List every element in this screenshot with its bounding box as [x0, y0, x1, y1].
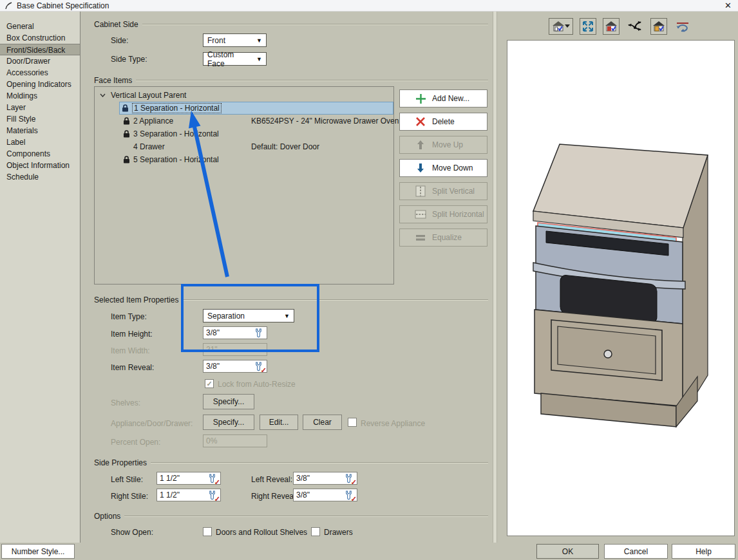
tree-row-2-appliance[interactable]: 2 Appliance KB6524PSY - 24" Microwave Dr…	[123, 115, 393, 127]
face-items-group-header: Face Items	[94, 76, 488, 85]
sidebar-item-box-construction[interactable]: Box Construction	[0, 32, 80, 44]
tree-row-detail: Default: Dover Door	[251, 142, 319, 151]
title-bar: Base Cabinet Specification ✕	[0, 0, 738, 12]
shelves-specify-button[interactable]: Specify...	[203, 394, 254, 409]
help-label: Help	[695, 547, 712, 556]
appliance-specify-label: Specify...	[213, 418, 244, 427]
default-wrench-check-icon[interactable]: ✓	[343, 490, 354, 500]
delete-x-icon	[414, 116, 427, 127]
shelves-specify-label: Specify...	[213, 397, 244, 406]
help-button[interactable]: Help	[672, 544, 735, 559]
sidebar-item-accessories[interactable]: Accessories	[0, 67, 80, 79]
move-up-button[interactable]: Move Up	[399, 136, 487, 154]
spin-model-button[interactable]	[674, 18, 692, 35]
default-wrench-check-icon[interactable]: ✓	[343, 474, 354, 483]
sidebar-item-label[interactable]: Label	[0, 136, 80, 148]
split-horizontal-label: Split Horizontal	[432, 210, 484, 219]
item-reveal-value: 3/8"	[206, 362, 220, 371]
close-icon[interactable]: ✕	[724, 0, 732, 12]
tree-row-5-separation[interactable]: 5 Separation - Horizontal	[123, 153, 393, 166]
percent-open-value: 0%	[206, 436, 217, 445]
default-wrench-check-icon[interactable]: ✓	[207, 474, 218, 483]
split-vertical-button[interactable]: Split Vertical	[399, 182, 487, 200]
item-width-input: 21"	[203, 343, 267, 356]
split-horizontal-icon	[414, 209, 427, 220]
house-check-icon	[552, 21, 565, 32]
toggle-textures-button[interactable]	[650, 18, 667, 35]
right-stile-input[interactable]: 1 1/2" ✓	[156, 489, 221, 501]
side-type-dropdown[interactable]: Custom Face ▼	[203, 52, 267, 66]
item-reveal-input[interactable]: 3/8" ✓	[203, 360, 267, 373]
appliance-clear-button[interactable]: Clear	[303, 415, 342, 430]
standard-views-button[interactable]	[549, 18, 573, 35]
preview-pane	[497, 12, 738, 543]
sidebar: General Box Construction Front/Sides/Bac…	[0, 12, 80, 543]
chevron-down-icon: ▼	[284, 313, 290, 319]
arrow-down-icon	[414, 162, 427, 174]
left-stile-input[interactable]: 1 1/2" ✓	[156, 472, 221, 485]
appliance-specify-button[interactable]: Specify...	[203, 415, 254, 430]
sidebar-item-materials[interactable]: Materials	[0, 125, 80, 136]
cancel-button[interactable]: Cancel	[604, 544, 668, 559]
add-new-button[interactable]: Add New...	[399, 89, 487, 107]
window-title: Base Cabinet Specification	[17, 1, 109, 10]
sidebar-item-general[interactable]: General	[0, 21, 80, 32]
ok-label: OK	[562, 547, 573, 556]
left-reveal-input[interactable]: 3/8" ✓	[293, 472, 357, 485]
item-height-input[interactable]: 3/8"	[203, 326, 267, 339]
side-dropdown-value: Front	[207, 36, 225, 45]
adjust-lights-button[interactable]	[626, 18, 644, 35]
fill-window-icon	[582, 20, 594, 33]
chevron-down-icon: ▼	[256, 37, 262, 44]
lock-icon	[123, 130, 130, 138]
default-wrench-check-icon[interactable]: ✓	[207, 490, 218, 500]
side-dropdown[interactable]: Front ▼	[203, 33, 267, 47]
delete-label: Delete	[432, 117, 455, 126]
delete-button[interactable]: Delete	[399, 113, 487, 131]
tree-row-3-separation[interactable]: 3 Separation - Horizontal	[123, 127, 393, 140]
tree-row-label: 3 Separation - Horizontal	[133, 129, 219, 138]
sidebar-item-fill-style[interactable]: Fill Style	[0, 113, 80, 125]
move-down-button[interactable]: Move Down	[399, 159, 487, 177]
toggle-color-button[interactable]	[603, 18, 620, 35]
number-style-button[interactable]: Number Style...	[1, 544, 75, 559]
drawers-checkbox[interactable]	[311, 527, 320, 536]
equalize-button[interactable]: Equalize	[399, 229, 487, 247]
sidebar-item-schedule[interactable]: Schedule	[0, 171, 80, 183]
sidebar-item-door-drawer[interactable]: Door/Drawer	[0, 55, 80, 67]
sidebar-item-moldings[interactable]: Moldings	[0, 90, 80, 102]
checkmark-icon: ✓	[206, 380, 212, 388]
split-vertical-icon	[414, 185, 427, 197]
sidebar-item-opening-indicators[interactable]: Opening Indicators	[0, 79, 80, 90]
equalize-label: Equalize	[432, 233, 462, 242]
options-group-header: Options	[94, 512, 488, 521]
appliance-edit-button[interactable]: Edit...	[260, 415, 298, 430]
fill-window-button[interactable]	[580, 18, 596, 35]
cabinet-preview	[507, 41, 734, 536]
item-width-value: 21"	[206, 345, 218, 354]
lock-icon	[123, 156, 130, 163]
sidebar-item-components[interactable]: Components	[0, 148, 80, 160]
sidebar-item-layer[interactable]: Layer	[0, 102, 80, 113]
preview-canvas[interactable]	[507, 40, 735, 536]
tree-row-1-separation[interactable]: 1 Separation - Horizontal	[119, 102, 393, 115]
sidebar-item-front-sides-back[interactable]: Front/Sides/Back	[0, 44, 80, 55]
default-wrench-check-icon[interactable]: ✓	[253, 362, 264, 371]
sidebar-item-object-information[interactable]: Object Information	[0, 160, 80, 171]
item-type-dropdown[interactable]: Separation ▼	[203, 309, 294, 322]
pane-splitter[interactable]	[493, 12, 497, 543]
tree-root-row[interactable]: Vertical Layout Parent	[95, 89, 393, 102]
right-stile-value: 1 1/2"	[160, 490, 180, 499]
default-wrench-icon[interactable]	[253, 328, 264, 338]
right-stile-label: Right Stile:	[111, 491, 148, 501]
appliance-edit-label: Edit...	[269, 418, 289, 427]
right-reveal-input[interactable]: 3/8" ✓	[293, 489, 357, 501]
doors-rollout-checkbox[interactable]	[203, 527, 212, 536]
appliance-label: Appliance/Door/Drawer:	[111, 418, 193, 429]
ok-button[interactable]: OK	[536, 544, 599, 559]
number-style-label: Number Style...	[12, 547, 65, 556]
split-horizontal-button[interactable]: Split Horizontal	[399, 205, 487, 223]
item-type-value: Separation	[207, 312, 245, 321]
tree-row-4-drawer[interactable]: 4 Drawer Default: Dover Door	[123, 140, 393, 153]
preview-toolbar	[549, 18, 692, 35]
